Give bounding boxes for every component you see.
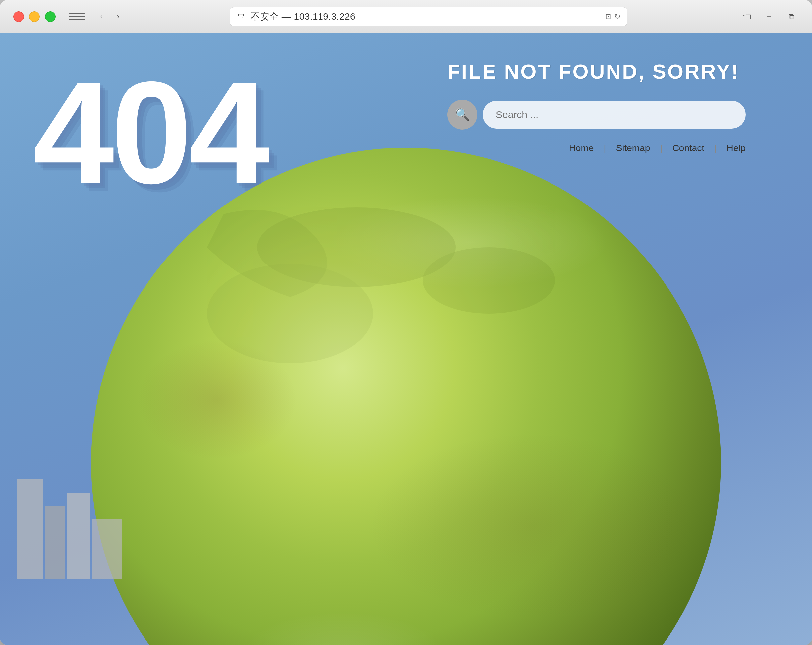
right-content-panel: FILE NOT FOUND, SORRY! 🔍 Home | Sitemap …	[447, 60, 746, 153]
address-bar[interactable]: 🛡 不安全 — 103.119.3.226 ⊡ ↻	[230, 7, 627, 26]
search-bar: 🔍	[447, 100, 746, 130]
building-4	[92, 519, 122, 579]
buildings	[17, 479, 122, 579]
page-heading: FILE NOT FOUND, SORRY!	[447, 60, 746, 83]
page-content: 404 FILE NOT FOUND, SORRY! 🔍 Home | Site…	[0, 33, 812, 645]
building-3	[67, 492, 90, 579]
building-1	[17, 479, 43, 579]
sidebar-toggle-button[interactable]	[69, 11, 85, 23]
url-text: 不安全 — 103.119.3.226	[250, 10, 355, 23]
globe	[91, 148, 721, 645]
nav-arrows: ‹ ›	[95, 10, 125, 23]
close-button[interactable]	[13, 11, 24, 22]
traffic-lights	[13, 11, 56, 22]
address-bar-icons: ⊡ ↻	[605, 12, 620, 21]
search-button[interactable]: 🔍	[447, 100, 477, 130]
search-icon: 🔍	[455, 108, 470, 122]
new-tab-button[interactable]: +	[762, 9, 776, 24]
toolbar-right: ↑□ + ⧉	[739, 9, 799, 24]
share-button[interactable]: ↑□	[739, 9, 754, 24]
browser-window: ‹ › 🛡 不安全 — 103.119.3.226 ⊡ ↻ ↑□ + ⧉ 404…	[0, 0, 812, 645]
maximize-button[interactable]	[45, 11, 56, 22]
security-icon: 🛡	[237, 12, 246, 21]
tabs-button[interactable]: ⧉	[784, 9, 799, 24]
nav-help[interactable]: Help	[727, 143, 746, 153]
title-bar: ‹ › 🛡 不安全 — 103.119.3.226 ⊡ ↻ ↑□ + ⧉	[0, 0, 812, 33]
minimize-button[interactable]	[29, 11, 40, 22]
building-2	[45, 506, 65, 579]
back-button[interactable]: ‹	[95, 10, 108, 23]
search-input[interactable]	[482, 101, 746, 128]
reload-icon[interactable]: ↻	[615, 12, 620, 21]
reader-icon: ⊡	[605, 12, 611, 21]
forward-button[interactable]: ›	[111, 10, 125, 23]
svg-point-12	[423, 247, 555, 313]
